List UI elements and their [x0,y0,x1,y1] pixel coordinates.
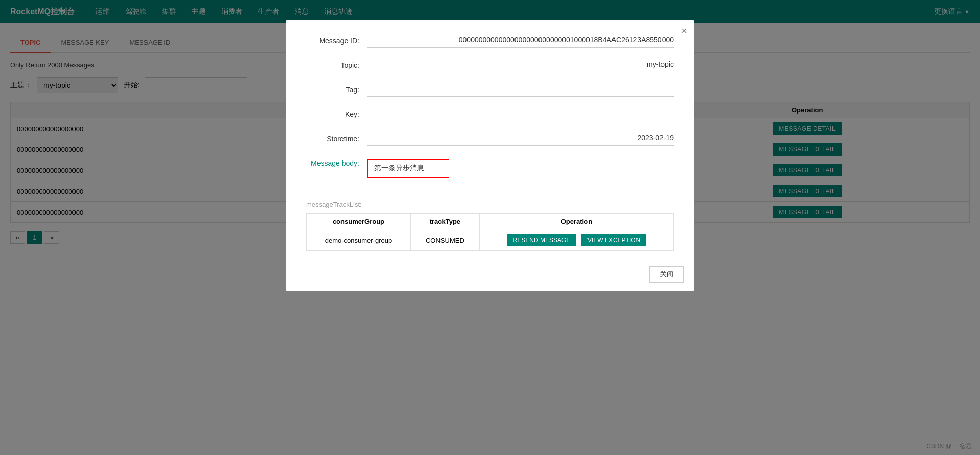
track-type: CONSUMED [410,230,479,251]
modal-dialog: × Message ID: 00000000000000000000000000… [286,20,694,291]
modal-divider [306,190,674,190]
track-col-track-type: trackType [410,214,479,230]
modal-close-icon[interactable]: × [681,26,687,36]
key-row: Key: [306,109,674,121]
track-list-label: messageTrackList: [306,200,674,208]
track-table: consumerGroup trackType Operation demo-c… [306,213,674,251]
storetime-value: 2023-02-19 [368,134,674,146]
track-col-operation: Operation [479,214,673,230]
topic-row: Topic: my-topic [306,60,674,72]
storetime-label: Storetime: [306,134,368,143]
modal-overlay[interactable]: × Message ID: 00000000000000000000000000… [0,0,980,455]
message-body-label: Message body: [306,158,368,167]
message-id-row: Message ID: 0000000000000000000000000000… [306,36,674,48]
message-id-label: Message ID: [306,36,368,45]
tag-label: Tag: [306,85,368,94]
modal-body: Message ID: 0000000000000000000000000000… [286,20,694,261]
tag-row: Tag: [306,85,674,97]
track-col-consumer-group: consumerGroup [307,214,411,230]
key-value [368,109,674,121]
track-table-row: demo-consumer-group CONSUMED RESEND MESS… [307,230,674,251]
view-exception-button[interactable]: VIEW EXCEPTION [581,234,646,246]
topic-label: Topic: [306,60,368,69]
message-body-value: 第一条异步消息 [368,159,449,178]
message-body-row: Message body: 第一条异步消息 [306,158,674,178]
close-modal-button[interactable]: 关闭 [649,266,684,283]
modal-footer: 关闭 [286,261,694,291]
tag-value [368,85,674,97]
resend-message-button[interactable]: RESEND MESSAGE [507,234,577,246]
key-label: Key: [306,109,368,118]
topic-value: my-topic [368,60,674,72]
message-id-value: 00000000000000000000000000001000018B4AAC… [368,36,674,48]
track-consumer-group: demo-consumer-group [307,230,411,251]
storetime-row: Storetime: 2023-02-19 [306,134,674,146]
